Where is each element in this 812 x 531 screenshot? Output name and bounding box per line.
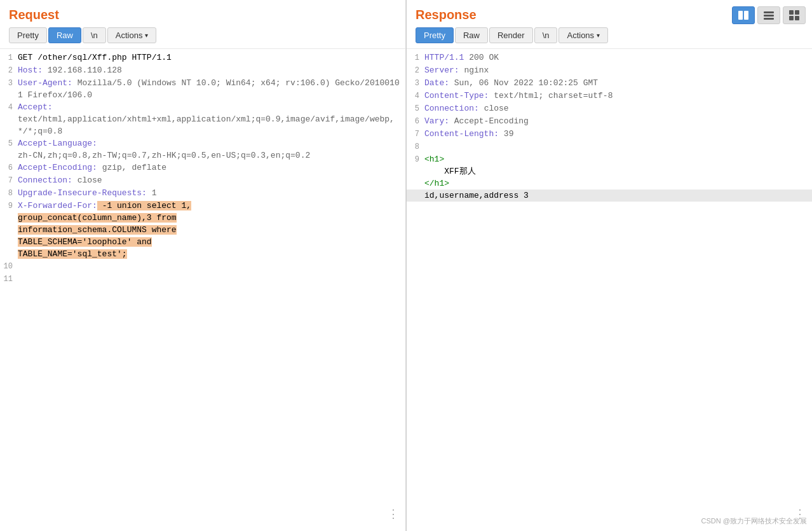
toolbar: [732, 6, 806, 24]
table-row: id,username,address 3: [407, 190, 812, 202]
table-row: 3 Date: Sun, 06 Nov 2022 10:02:25 GMT: [407, 77, 812, 90]
response-tab-newline[interactable]: \n: [534, 27, 558, 43]
table-row: 4 Accept: text/html,application/xhtml+xm…: [0, 101, 405, 137]
table-row: 1 GET /other/sql/Xff.php HTTP/1.1: [0, 52, 405, 64]
table-row: 1 HTTP/1.1 200 OK: [407, 52, 812, 64]
main-container: Request Pretty Raw \n Actions ▾ 1 GET /o…: [0, 0, 812, 531]
response-tab-bar: Pretty Raw Render \n Actions ▾: [407, 27, 812, 48]
request-content: 1 GET /other/sql/Xff.php HTTP/1.1 2 Host…: [0, 48, 405, 531]
table-row: 5 Connection: close: [407, 102, 812, 115]
table-row: 6 Accept-Encoding: gzip, deflate: [0, 162, 405, 174]
response-tab-pretty[interactable]: Pretty: [416, 27, 454, 43]
request-tab-bar: Pretty Raw \n Actions ▾: [0, 27, 405, 48]
list-view-button[interactable]: [757, 6, 780, 24]
response-title: Response: [416, 8, 477, 22]
request-panel: Request Pretty Raw \n Actions ▾ 1 GET /o…: [0, 0, 406, 531]
svg-rect-3: [764, 15, 774, 17]
request-header: Request: [0, 0, 405, 27]
table-row: 7 Connection: close: [0, 174, 405, 187]
svg-rect-8: [795, 16, 799, 20]
table-row: 10: [0, 260, 405, 273]
svg-rect-4: [764, 18, 774, 20]
table-row: 5 Accept-Language: zh-CN,zh;q=0.8,zh-TW;…: [0, 137, 405, 162]
chevron-down-icon: ▾: [597, 32, 600, 39]
more-options-icon[interactable]: ⋮: [388, 507, 399, 521]
table-row: 8: [407, 141, 812, 153]
grid-view-button[interactable]: [783, 6, 806, 24]
response-tab-render[interactable]: Render: [489, 27, 533, 43]
response-tab-actions[interactable]: Actions ▾: [558, 27, 608, 43]
request-tab-actions[interactable]: Actions ▾: [107, 27, 157, 43]
svg-rect-5: [789, 10, 794, 15]
table-row: 6 Vary: Accept-Encoding: [407, 115, 812, 128]
svg-rect-0: [738, 11, 743, 20]
table-row: 11: [0, 273, 405, 286]
split-view-button[interactable]: [732, 6, 755, 24]
table-row: 2 Host: 192.168.110.128: [0, 64, 405, 77]
request-tab-pretty[interactable]: Pretty: [9, 27, 47, 43]
svg-rect-2: [764, 11, 774, 13]
watermark: CSDN @致力于网络技术安全发展: [701, 516, 807, 526]
table-row: 9 <h1> XFF那人 </h1>: [407, 153, 812, 190]
table-row: 4 Content-Type: text/html; charset=utf-8: [407, 90, 812, 102]
request-title: Request: [9, 8, 59, 22]
table-row: 2 Server: nginx: [407, 64, 812, 77]
table-row: 3 User-Agent: Mozilla/5.0 (Windows NT 10…: [0, 77, 405, 101]
svg-rect-7: [789, 16, 794, 20]
chevron-down-icon: ▾: [145, 32, 148, 39]
request-tab-raw[interactable]: Raw: [48, 27, 81, 43]
response-content: 1 HTTP/1.1 200 OK 2 Server: nginx 3 Date…: [407, 48, 812, 531]
table-row: 8 Upgrade-Insecure-Requests: 1: [0, 187, 405, 200]
table-row: 9 X-Forwarded-For: -1 union select 1, gr…: [0, 200, 405, 260]
svg-rect-6: [795, 10, 799, 15]
response-panel: Response Pretty Raw Render \n Actions ▾ …: [407, 0, 812, 531]
svg-rect-1: [744, 11, 748, 20]
request-tab-newline[interactable]: \n: [83, 27, 106, 43]
table-row: 7 Content-Length: 39: [407, 128, 812, 141]
response-tab-raw[interactable]: Raw: [455, 27, 488, 43]
